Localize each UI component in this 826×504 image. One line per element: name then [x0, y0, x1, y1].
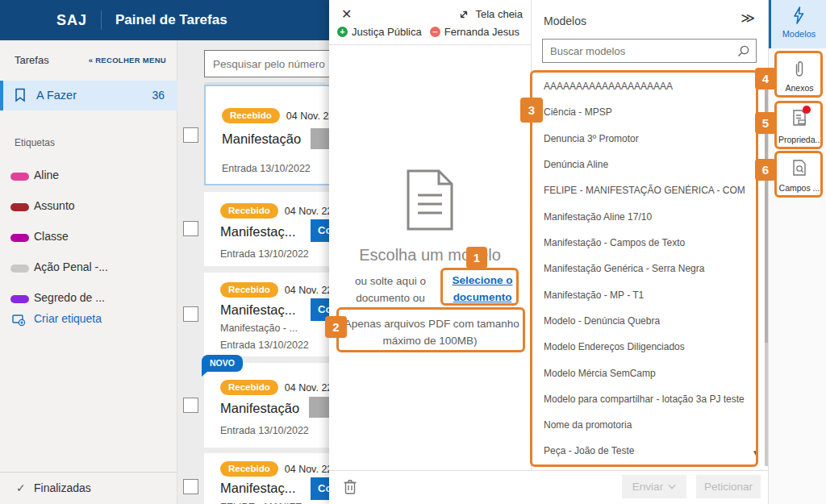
- create-label-button[interactable]: Criar etiqueta: [0, 309, 177, 333]
- app-logo: SAJ: [56, 0, 87, 40]
- model-list-item[interactable]: Modelo Mércia SemCamp: [544, 368, 747, 390]
- label-item-classe[interactable]: Classe: [0, 227, 177, 252]
- document-viewer-panel: ✕ Tela cheia + Justiça Pública – Fernand…: [329, 0, 531, 470]
- task-card[interactable]: Recebido 04 Nov. 22 Manifestação Entrada…: [204, 85, 329, 185]
- party-tag[interactable]: + Justiça Pública: [337, 26, 422, 38]
- model-list-item[interactable]: Nome da promotoria: [544, 419, 747, 442]
- task-entry-date: Entrada 13/10/2022: [222, 163, 311, 174]
- tool-rail: Modelos Anexos Proprieda... Campos ...: [768, 0, 826, 504]
- task-card[interactable]: Recebido 04 Nov. 22 Manifestaç... Co Man…: [204, 273, 329, 356]
- label-color-swatch: [10, 173, 29, 181]
- task-subtitle: Manifestação - ...: [220, 323, 298, 334]
- label-item-aline[interactable]: Aline: [0, 166, 177, 190]
- task-checkbox[interactable]: [183, 398, 198, 413]
- close-icon[interactable]: ✕: [341, 6, 352, 22]
- create-label-text: Criar etiqueta: [34, 312, 102, 325]
- create-label-icon: [12, 314, 27, 327]
- model-list-item[interactable]: Modelo Endereços Diligenciados: [544, 341, 747, 364]
- document-overlay: ✕ Tela cheia + Justiça Pública – Fernand…: [329, 0, 768, 504]
- task-title: Manifestação: [222, 131, 301, 147]
- model-list-item[interactable]: Denuncia 3º Promotor: [544, 133, 747, 156]
- task-title: Manifestação: [220, 401, 299, 416]
- task-entry-date: Entrada 13/10/2022: [220, 248, 309, 260]
- models-search-input[interactable]: [550, 40, 736, 62]
- model-list-item[interactable]: Manifestação - MP - T1: [544, 289, 747, 312]
- sidebar: Tarefas « RECOLHER MENU A Fazer 36 Etiqu…: [0, 40, 177, 504]
- process-tags-row: + Justiça Pública – Fernanda Jesus (: [337, 26, 531, 38]
- sidebar-item-a-fazer[interactable]: A Fazer 36: [0, 81, 177, 110]
- finished-filter[interactable]: ✓ Finalizadas: [0, 472, 177, 504]
- label-item-acao-penal[interactable]: Ação Penal -...: [0, 258, 177, 282]
- task-checkbox[interactable]: [183, 127, 198, 143]
- rail-button-label: Proprieda...: [778, 135, 820, 144]
- model-list-item[interactable]: Manifestação Aline 17/10: [544, 211, 747, 234]
- labels-heading: Etiquetas: [15, 137, 55, 148]
- model-list-item[interactable]: Ciência - MPSP: [544, 106, 747, 129]
- label-name: Assunto: [34, 199, 75, 212]
- task-tag: Co: [311, 298, 329, 321]
- task-card[interactable]: Recebido 04 Nov. 22 Manifestação Entrada…: [204, 363, 329, 448]
- trash-icon[interactable]: [343, 478, 357, 494]
- viewer-header-divider: [329, 44, 531, 45]
- model-list-item[interactable]: Manifestação - Campos de Texto: [544, 237, 747, 260]
- task-search-input[interactable]: [213, 51, 329, 77]
- label-color-swatch: [10, 234, 29, 242]
- rail-button-anexos[interactable]: Anexos: [778, 54, 820, 95]
- party-tag[interactable]: – Fernanda Jesus: [430, 26, 519, 38]
- label-name: Aline: [34, 169, 59, 181]
- task-checkbox[interactable]: [183, 306, 198, 322]
- task-date: 04 Nov. 22: [285, 206, 329, 217]
- label-item-assunto[interactable]: Assunto: [0, 197, 177, 221]
- collapse-panel-icon[interactable]: ≫: [740, 10, 755, 27]
- model-list-item[interactable]: AAAAAAAAAAAAAAAAAAAA: [544, 81, 747, 103]
- task-card[interactable]: Recebido 04 Nov. 22 Manifestaç... Co FEL…: [204, 453, 329, 504]
- rail-button-propriedades[interactable]: Proprieda...: [778, 104, 820, 147]
- task-card[interactable]: Recebido 04 Nov. 22 Manifestaç... Co Ent…: [204, 192, 329, 266]
- task-checkbox[interactable]: [183, 479, 198, 494]
- task-search-box[interactable]: [204, 50, 329, 77]
- model-list-item[interactable]: Modelo para compartilhar - lotação 3a PJ…: [544, 394, 747, 416]
- petition-button[interactable]: Peticionar: [696, 475, 761, 498]
- document-search-icon: [792, 159, 807, 178]
- check-icon: ✓: [16, 481, 26, 494]
- model-list-item[interactable]: Peça - João de Teste: [544, 445, 747, 468]
- rail-button-campos[interactable]: Campos ...: [778, 154, 820, 195]
- label-color-swatch: [10, 203, 29, 211]
- label-name: Classe: [34, 230, 69, 243]
- model-list-item[interactable]: Denúncia Aline: [544, 159, 747, 181]
- model-list-item[interactable]: Modelo - Denúncia Quebra: [544, 315, 747, 338]
- active-indicator: [0, 81, 3, 110]
- label-name: Ação Penal -...: [34, 260, 108, 273]
- label-color-swatch: [10, 264, 29, 273]
- finished-label: Finalizadas: [34, 481, 91, 494]
- label-color-swatch: [10, 295, 29, 303]
- app-window: SAJ Painel de Tarefas Tarefas « RECOLHER…: [0, 0, 826, 504]
- rail-button-label: Campos ...: [778, 183, 820, 193]
- model-list-item[interactable]: FELIPE - MANIFESTAÇÃO GENÉRICA - COM CA.…: [544, 185, 747, 207]
- task-entry-date: Entrada 13/10/2022: [220, 339, 309, 351]
- scroll-down-icon[interactable]: ▼: [752, 448, 760, 457]
- drop-hint-text: ou solte aqui o documento ou: [342, 273, 439, 306]
- model-list-item[interactable]: Manifestação Genérica - Serra Negra: [544, 263, 747, 285]
- collapse-menu-button[interactable]: « RECOLHER MENU: [89, 56, 166, 65]
- rail-button-modelos[interactable]: Modelos: [769, 0, 826, 48]
- models-search-box[interactable]: [542, 39, 757, 63]
- task-date: 04 Nov. 22: [285, 464, 329, 475]
- select-document-link[interactable]: Selecione o documento: [445, 272, 519, 306]
- sidebar-section-label: Tarefas: [15, 54, 49, 66]
- chevron-down-icon: [668, 484, 676, 489]
- rail-button-label: Anexos: [778, 83, 820, 93]
- fullscreen-button[interactable]: Tela cheia: [458, 8, 523, 20]
- overlay-footer: Enviar Peticionar: [329, 470, 768, 504]
- paperclip-icon: [792, 59, 807, 80]
- page-title: Painel de Tarefas: [115, 0, 227, 40]
- send-button-label: Enviar: [632, 481, 663, 493]
- status-badge: Recebido: [220, 203, 278, 219]
- party-tag-label: Fernanda Jesus: [444, 26, 519, 38]
- task-checkbox[interactable]: [183, 221, 198, 236]
- send-button[interactable]: Enviar: [622, 475, 686, 498]
- task-title: Manifestaç...: [220, 302, 296, 318]
- task-title: Manifestaç...: [220, 224, 296, 240]
- minus-party-icon: –: [430, 27, 440, 37]
- task-tag: [311, 128, 329, 149]
